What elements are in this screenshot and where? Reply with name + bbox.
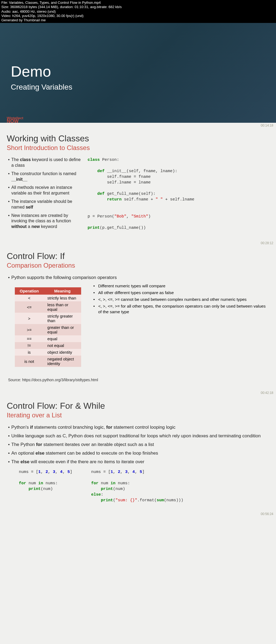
code-for-example-1: nums = [1, 2, 3, 4, 5] for num in nums: … [19,469,72,503]
th-operation: Operation [15,287,44,295]
list-item: The Python for statement iterates over a… [8,442,269,448]
timestamp-3: 00:42:18 [0,390,276,396]
list-item: All other different types compare as fal… [93,290,269,296]
th-meaning: Meaning [44,287,81,295]
demo-slide: Demo Creating Variables Wintellect NOW [0,23,276,123]
list-item: Unlike language such as C, Python does n… [8,433,269,439]
table-row: ==equal [15,335,81,342]
table-row: >=greater than or equal [15,324,81,335]
operators-table: Operation Meaning <strictly less than<=l… [15,287,81,367]
list-item: Different numeric types will compare [93,283,269,289]
comparison-notes: Different numeric types will compare All… [89,283,269,316]
table-row: <strictly less than [15,295,81,301]
slide3-bullets: Python's if statements control branching… [7,424,269,465]
list-item: <, >, <=, >= for all other types, the co… [93,304,269,315]
slide2-subtitle: Comparison Operations [7,262,269,269]
slide1-subtitle: Short Introduction to Classes [7,144,269,152]
list-item: The class keyword is used to define a cl… [8,157,82,168]
slide1-title: Working with Classes [7,134,269,144]
list-item: An optional else statement can be added … [8,450,269,456]
list-item: <, >, <=, >= cannot be used between comp… [93,297,269,302]
slide1-bullets: The class keyword is used to define a cl… [7,157,82,230]
slide3-subtitle: Iterating over a List [7,411,269,419]
demo-title: Demo [11,63,265,80]
list-item: New instances are created by invoking th… [8,213,82,230]
demo-subtitle: Creating Variables [11,83,265,91]
file-line: File: Variables, Classes, Types, and Con… [1,1,275,5]
slide-for-while: Control Flow: For & While Iterating over… [0,396,276,511]
video-line: Video: h264, yuv420p, 1920x1080, 30.00 f… [1,14,275,18]
slide3-title: Control Flow: For & While [7,401,269,411]
table-row: isobject identity [15,349,81,356]
timestamp-1: 00:14:18 [0,123,276,128]
audio-line: Audio: aac, 48000 Hz, stereo (und) [1,9,275,14]
list-item: The instance variable should be named se… [8,199,82,210]
now-logo: NOW [7,118,19,124]
slide-classes: Working with Classes Short Introduction … [0,128,276,240]
list-item: The constructor function is named __init… [8,171,82,182]
gen-line: Generated by Thumbnail me [1,18,275,22]
list-item: All methods receive an instance variable… [8,185,82,196]
table-row: <=less than or equal [15,301,81,313]
code-for-example-2: nums = [1, 2, 3, 4, 5] for num in nums: … [91,469,183,503]
list-item: The else will execute even if the there … [8,459,269,465]
list-item: Python supports the following comparison… [8,275,269,281]
slide-if: Control Flow: If Comparison Operations P… [0,246,276,390]
size-line: Size: 360862018 bytes (344.14 MiB), dura… [1,5,275,9]
table-row: !=not equal [15,342,81,349]
source-citation: Source: https://docs.python.org/3/librar… [7,378,269,382]
list-item: Python's if statements control branching… [8,424,269,430]
table-row: >strictly greater than [15,313,81,324]
timestamp-2: 00:28:12 [0,240,276,246]
table-row: is notnegated object identity [15,356,81,367]
video-metadata-header: File: Variables, Classes, Types, and Con… [0,0,276,23]
timestamp-4: 00:56:24 [0,511,276,517]
slide2-bullets: Python supports the following comparison… [7,275,269,281]
slide2-title: Control Flow: If [7,251,269,261]
code-class-example: class Person: def __init__(self, fname, … [88,157,269,231]
